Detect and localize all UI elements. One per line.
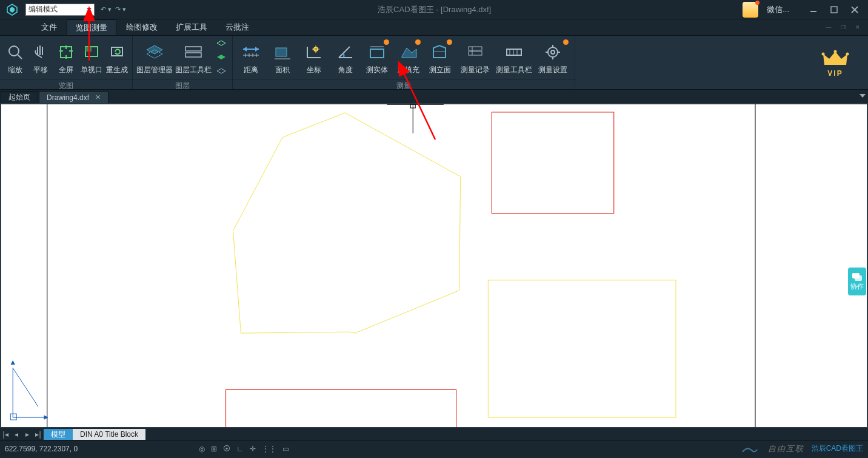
coord-icon: [302, 41, 326, 64]
model-tab-layout-label: DIN A0 Title Block: [80, 430, 138, 439]
tab-nav-last[interactable]: ▸|: [33, 429, 44, 440]
measure-settings-button[interactable]: 测量设置: [533, 37, 572, 78]
layer-small-icon-1[interactable]: [216, 39, 227, 48]
collab-label: 协作: [850, 282, 864, 291]
svg-point-54: [822, 52, 825, 55]
svg-marker-68: [11, 361, 15, 365]
ribbon-right: VIP: [821, 36, 868, 89]
svg-rect-16: [185, 53, 201, 57]
ribbon-minimize-icon[interactable]: —: [823, 23, 834, 32]
angle-label: 角度: [338, 65, 353, 75]
status-ortho-icon[interactable]: ∟: [236, 445, 244, 453]
viewport-icon: [80, 41, 103, 64]
menu-cloud-annotate[interactable]: 云批注: [217, 19, 258, 35]
svg-marker-21: [243, 47, 247, 52]
wechat-label[interactable]: 微信...: [767, 4, 789, 15]
quick-access-toolbar: ↶ ▾ ↷ ▾: [101, 5, 126, 13]
svg-rect-44: [507, 49, 521, 55]
tab-overflow-button[interactable]: [860, 91, 866, 99]
distance-button[interactable]: 距离: [235, 37, 267, 78]
svg-rect-63: [492, 112, 613, 214]
layer-toolbar-button[interactable]: 图层工具栏: [174, 37, 213, 78]
single-viewport-button[interactable]: 单视口: [79, 37, 104, 78]
tab-nav-first[interactable]: |◂: [0, 429, 11, 440]
svg-point-55: [834, 50, 837, 53]
layer-small-icon-2[interactable]: [216, 53, 227, 62]
model-tab-model[interactable]: 模型: [44, 429, 73, 440]
ribbon-close-icon[interactable]: ✕: [852, 23, 863, 32]
angle-button[interactable]: 角度: [330, 37, 361, 78]
vip-badge[interactable]: VIP: [821, 48, 850, 78]
model-tab-layout[interactable]: DIN A0 Title Block: [73, 429, 145, 440]
chevron-down-icon: [87, 8, 92, 11]
fullscreen-icon: [55, 41, 78, 64]
distance-label: 距离: [244, 65, 258, 75]
tab-start-page[interactable]: 起始页: [1, 91, 38, 103]
layer-manager-label: 图层管理器: [136, 65, 173, 75]
svg-point-49: [551, 50, 555, 54]
measure-entity-button[interactable]: 测实体: [361, 37, 393, 78]
measure-toolbar-button[interactable]: 测量工具栏: [495, 37, 533, 78]
mode-select[interactable]: 编辑模式: [25, 4, 95, 16]
statusbar: 622.7599, 722.2307, 0 ◎ ⊞ ⦿ ∟ ✛ ⋮⋮ ▭ 自由互…: [0, 440, 868, 456]
status-otrack-icon[interactable]: ⋮⋮: [262, 445, 276, 453]
status-polar-icon[interactable]: ✛: [250, 445, 256, 453]
svg-point-48: [548, 47, 558, 57]
measure-toolbar-label: 测量工具栏: [496, 65, 532, 75]
minimize-button[interactable]: [806, 2, 821, 17]
ribbon-group-layer: 图层管理器 图层工具栏 图层: [133, 36, 233, 89]
svg-point-6: [9, 46, 19, 56]
svg-marker-1: [10, 7, 15, 13]
model-tabstrip: |◂ ◂ ▸ ▸| 模型 DIN A0 Title Block: [0, 428, 868, 440]
tab-nav-next[interactable]: ▸: [22, 429, 33, 440]
close-icon[interactable]: ✕: [95, 93, 101, 101]
menu-view-measure[interactable]: 览图测量: [67, 19, 116, 35]
layer-toolbar-label: 图层工具栏: [175, 65, 212, 75]
maximize-button[interactable]: [827, 2, 841, 17]
measure-elevation-button[interactable]: 测立面: [424, 37, 456, 78]
svg-marker-18: [217, 55, 225, 59]
layer-manager-button[interactable]: 图层管理器: [135, 37, 174, 78]
pan-label: 平移: [33, 65, 48, 75]
menu-file[interactable]: 文件: [33, 19, 65, 35]
regen-button[interactable]: 重生成: [104, 37, 130, 78]
layers-icon: [143, 41, 166, 64]
status-grid-icon[interactable]: ⊞: [211, 445, 217, 453]
menu-draw-modify[interactable]: 绘图修改: [118, 19, 166, 35]
status-snap-icon[interactable]: ⦿: [223, 445, 230, 453]
pan-button[interactable]: 平移: [28, 37, 53, 78]
zoom-button[interactable]: 缩放: [2, 37, 28, 78]
tab-nav-prev[interactable]: ◂: [11, 429, 22, 440]
badge-icon: [447, 39, 452, 45]
redo-icon[interactable]: ↷ ▾: [115, 5, 126, 13]
fullscreen-button[interactable]: 全屏: [53, 37, 79, 78]
status-target-icon[interactable]: ◎: [199, 445, 205, 453]
svg-marker-19: [217, 69, 225, 73]
tab-drawing4[interactable]: Drawing4.dxf ✕: [39, 91, 109, 103]
layer-small-icon-3[interactable]: [216, 67, 227, 76]
ribbon: 缩放 平移 全屏 单视口 重生成 览图 图: [0, 35, 868, 90]
undo-icon[interactable]: ↶ ▾: [101, 5, 112, 13]
ribbon-group-view: 缩放 平移 全屏 单视口 重生成 览图: [0, 36, 133, 89]
measure-fill-button[interactable]: 测填充: [393, 37, 424, 78]
measure-record-button[interactable]: 测量记录: [456, 37, 495, 78]
svg-marker-62: [233, 113, 460, 333]
watermark-logo-icon: [741, 443, 758, 454]
status-select-icon[interactable]: ▭: [282, 445, 289, 453]
close-button[interactable]: [847, 2, 862, 17]
status-icon-tray: ◎ ⊞ ⦿ ∟ ✛ ⋮⋮ ▭: [199, 445, 289, 453]
svg-point-56: [846, 52, 849, 55]
menu-extend-tools[interactable]: 扩展工具: [167, 19, 216, 35]
measure-elevation-label: 测立面: [429, 65, 451, 75]
area-button[interactable]: 面积: [267, 37, 298, 78]
app-logo-icon: [2, 2, 22, 17]
ribbon-restore-icon[interactable]: ❐: [838, 23, 849, 32]
svg-rect-65: [226, 389, 456, 427]
collab-button[interactable]: 协作: [848, 268, 866, 295]
coord-button[interactable]: 坐标: [298, 37, 330, 78]
svg-rect-41: [469, 47, 482, 50]
user-avatar-button[interactable]: [743, 2, 758, 18]
drawing-canvas[interactable]: [0, 103, 868, 428]
svg-rect-3: [831, 7, 837, 13]
vip-label: VIP: [827, 69, 843, 78]
